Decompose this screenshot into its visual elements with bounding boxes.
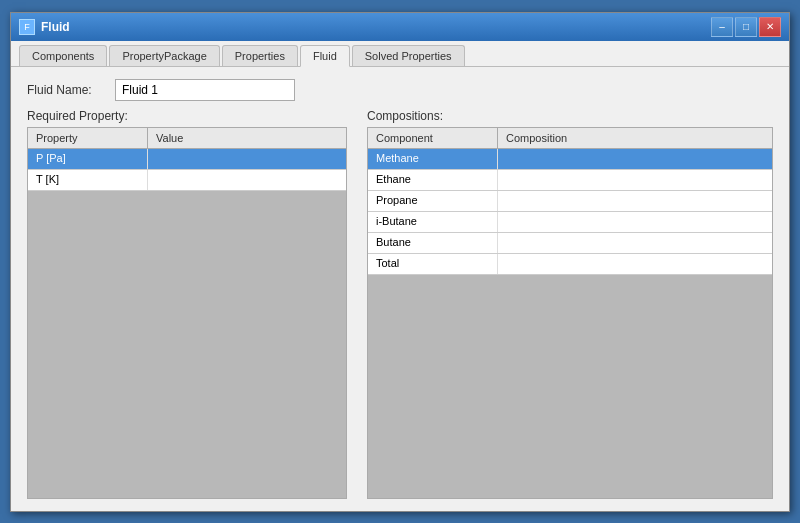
required-property-label: Required Property:	[27, 109, 347, 123]
panels-row: Required Property: Property Value P [Pa]…	[27, 109, 773, 499]
content-area: Fluid Name: Required Property: Property …	[11, 67, 789, 511]
compositions-table: Component Composition Methane Ethane	[367, 127, 773, 499]
tab-solved-properties[interactable]: Solved Properties	[352, 45, 465, 66]
component-cell: Methane	[368, 149, 498, 169]
table-row[interactable]: Ethane	[368, 170, 772, 191]
table-row[interactable]: i-Butane	[368, 212, 772, 233]
value-cell	[148, 170, 346, 190]
tab-bar: Components PropertyPackage Properties Fl…	[11, 41, 789, 67]
compositions-table-body: Methane Ethane Propane i-Butane	[368, 149, 772, 498]
fluid-name-row: Fluid Name:	[27, 79, 773, 101]
table-row[interactable]: Total	[368, 254, 772, 275]
composition-cell	[498, 212, 772, 232]
tab-components[interactable]: Components	[19, 45, 107, 66]
compositions-table-header: Component Composition	[368, 128, 772, 149]
value-cell	[148, 149, 346, 169]
close-button[interactable]: ✕	[759, 17, 781, 37]
right-panel: Compositions: Component Composition Meth…	[367, 109, 773, 499]
value-header: Value	[148, 128, 346, 148]
window-icon: F	[19, 19, 35, 35]
component-cell: Total	[368, 254, 498, 274]
table-row[interactable]: P [Pa]	[28, 149, 346, 170]
property-table-header: Property Value	[28, 128, 346, 149]
component-cell: i-Butane	[368, 212, 498, 232]
fluid-name-input[interactable]	[115, 79, 295, 101]
composition-cell	[498, 191, 772, 211]
minimize-button[interactable]: –	[711, 17, 733, 37]
title-buttons: – □ ✕	[711, 17, 781, 37]
composition-cell	[498, 254, 772, 274]
property-table-body: P [Pa] T [K]	[28, 149, 346, 498]
fluid-name-label: Fluid Name:	[27, 83, 107, 97]
component-cell: Propane	[368, 191, 498, 211]
left-panel: Required Property: Property Value P [Pa]…	[27, 109, 347, 499]
property-cell: P [Pa]	[28, 149, 148, 169]
required-property-table: Property Value P [Pa] T [K]	[27, 127, 347, 499]
tab-fluid[interactable]: Fluid	[300, 45, 350, 67]
main-window: F Fluid – □ ✕ Components PropertyPackage…	[10, 12, 790, 512]
maximize-button[interactable]: □	[735, 17, 757, 37]
component-cell: Ethane	[368, 170, 498, 190]
table-row[interactable]: Propane	[368, 191, 772, 212]
property-header: Property	[28, 128, 148, 148]
table-row[interactable]: Butane	[368, 233, 772, 254]
title-bar: F Fluid – □ ✕	[11, 13, 789, 41]
table-row[interactable]: Methane	[368, 149, 772, 170]
composition-cell	[498, 149, 772, 169]
tab-properties[interactable]: Properties	[222, 45, 298, 66]
window-title: Fluid	[41, 20, 70, 34]
composition-header: Composition	[498, 128, 772, 148]
table-row[interactable]: T [K]	[28, 170, 346, 191]
component-header: Component	[368, 128, 498, 148]
property-cell: T [K]	[28, 170, 148, 190]
composition-cell	[498, 233, 772, 253]
tab-property-package[interactable]: PropertyPackage	[109, 45, 219, 66]
compositions-label: Compositions:	[367, 109, 773, 123]
composition-cell	[498, 170, 772, 190]
title-bar-left: F Fluid	[19, 19, 70, 35]
component-cell: Butane	[368, 233, 498, 253]
